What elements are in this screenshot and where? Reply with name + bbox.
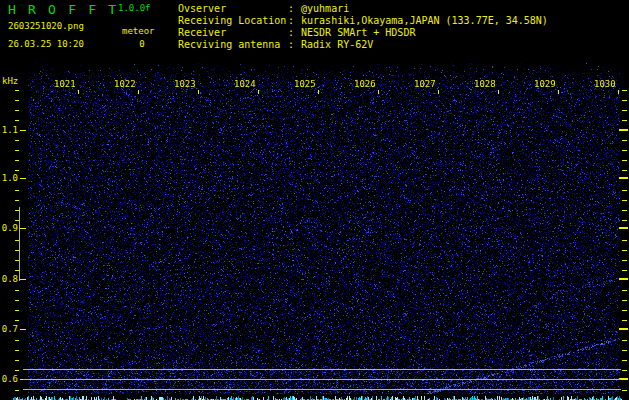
freq-minor-tick-right [622,240,627,241]
time-tick [78,90,79,94]
time-tick-label: 1026 [354,80,378,89]
time-tick [138,90,139,94]
freq-minor-tick-right [622,310,627,311]
freq-minor-tick-right [622,250,627,251]
freq-minor-tick-right [622,200,627,201]
freq-minor-tick [15,300,19,301]
freq-minor-tick [15,160,19,161]
db-scale-bar [19,207,20,281]
level-reference-line [23,389,621,390]
time-tick-label: 1028 [474,80,498,89]
freq-minor-tick-right [622,260,627,261]
freq-minor-tick [15,290,19,291]
freq-minor-tick [15,150,19,151]
freq-tick-label: 1.0 [0,174,18,183]
freq-tick-label: 0.8 [0,275,18,284]
freq-minor-tick-right [622,370,627,371]
freq-minor-tick [15,240,19,241]
datetime-label: 26.03.25 10:20 [8,39,84,49]
receiver-info: Ovserver:@yuhmariReceiving Location:kura… [178,3,548,51]
spectrogram-noise-canvas [28,58,620,394]
freq-minor-tick [15,220,19,221]
freq-major-tick [20,228,26,229]
freq-minor-tick [15,370,19,371]
freq-major-tick-right [619,278,628,280]
freq-minor-tick-right [622,270,627,271]
time-tick-label: 1024 [234,80,258,89]
freq-minor-tick-right [622,300,627,301]
time-tick [618,90,619,94]
freq-minor-tick [15,200,19,201]
info-label: Receiving Location [178,15,288,27]
freq-minor-tick-right [622,90,627,91]
freq-minor-tick-right [622,190,627,191]
time-tick [318,90,319,94]
info-row: Receiving Location:kurashiki,Okayama,JAP… [178,15,548,27]
freq-minor-tick [15,140,19,141]
freq-major-tick [20,279,26,280]
time-tick [258,90,259,94]
time-tick [438,90,439,94]
info-value: kurashiki,Okayama,JAPAN (133.77E, 34.58N… [294,15,548,26]
freq-minor-tick [15,350,19,351]
freq-minor-tick-right [622,350,627,351]
freq-major-tick-right [619,328,628,330]
freq-minor-tick-right [622,160,627,161]
info-row: Ovserver:@yuhmari [178,3,548,15]
time-tick-label: 1023 [174,80,198,89]
time-tick-label: 1021 [54,80,78,89]
time-tick [498,90,499,94]
level-reference-line [23,369,621,370]
freq-major-tick-right [619,177,628,179]
time-tick-label: 1022 [114,80,138,89]
time-tick [378,90,379,94]
info-label: Receiver [178,27,288,39]
freq-minor-tick [15,100,19,101]
freq-minor-tick [15,250,19,251]
freq-minor-tick [15,310,19,311]
freq-major-tick-right [619,227,628,229]
freq-minor-tick [15,90,19,91]
freq-tick-label: 0.6 [0,375,18,384]
freq-minor-tick-right [622,320,627,321]
freq-tick-label: 0.9 [0,224,18,233]
freq-minor-tick [15,170,19,171]
freq-minor-tick [15,120,19,121]
freq-minor-tick [15,360,19,361]
freq-minor-tick [15,210,19,211]
freq-minor-tick-right [622,340,627,341]
freq-minor-tick-right [622,210,627,211]
time-tick-label: 1029 [534,80,558,89]
freq-minor-tick [15,340,19,341]
info-row: Recviving antenna:Radix RY-62V [178,39,548,51]
program-title: H R O F F T [8,2,118,17]
info-label: Ovserver [178,3,288,15]
meteor-label: meteor [122,26,155,36]
freq-minor-tick-right [622,120,627,121]
freq-minor-tick [15,270,19,271]
info-value: NESDR SMArt + HDSDR [294,27,415,38]
freq-minor-tick-right [622,170,627,171]
signal-level-canvas [13,394,622,400]
freq-minor-tick-right [622,360,627,361]
freq-major-tick [20,130,26,131]
time-tick-label: 1030 [594,80,618,89]
freq-major-tick-right [619,129,628,131]
freq-minor-tick-right [622,140,627,141]
frequency-axis-unit: kHz [2,77,18,86]
freq-tick-label: 0.7 [0,325,18,334]
freq-minor-tick [15,110,19,111]
freq-major-tick [20,178,26,179]
freq-minor-tick-right [622,290,627,291]
time-tick [198,90,199,94]
freq-minor-tick-right [622,150,627,151]
freq-minor-tick-right [622,390,627,391]
freq-minor-tick-right [622,110,627,111]
level-reference-line [23,379,621,380]
freq-minor-tick-right [622,220,627,221]
meteor-count: 0 [136,39,148,49]
freq-minor-tick [15,260,19,261]
version-label: 1.0.0f [118,3,151,13]
info-value: @yuhmari [294,3,349,14]
freq-tick-label: 1.1 [0,126,18,135]
